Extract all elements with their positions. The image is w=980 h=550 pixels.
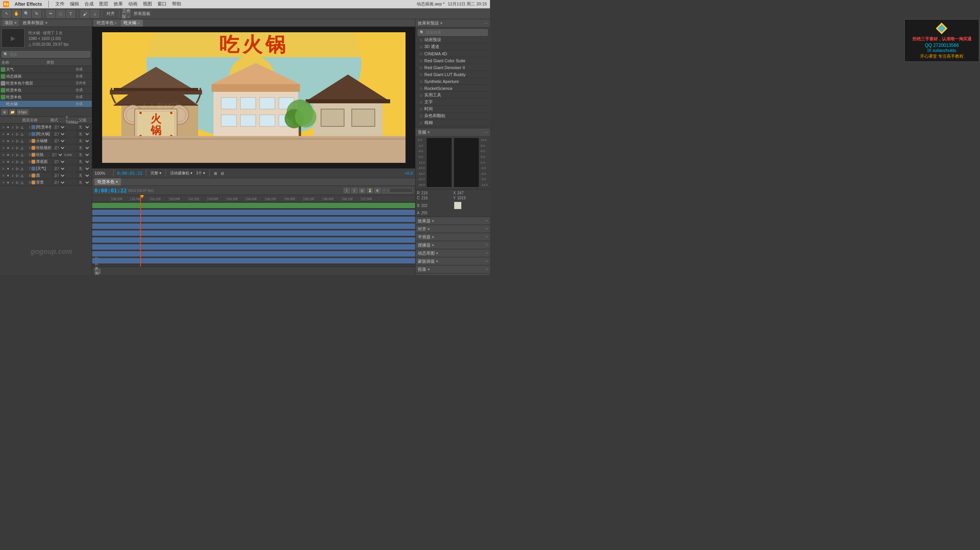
layer-name-3[interactable]: 火锅楼 bbox=[36, 138, 51, 144]
grid-btn[interactable]: ⊞ bbox=[213, 171, 218, 176]
menu-comp[interactable]: 合成 bbox=[84, 1, 94, 7]
layer-collapse-1[interactable]: ▷ bbox=[15, 125, 19, 129]
tl-btn-2[interactable]: ⟩ bbox=[351, 188, 358, 193]
tool-brush[interactable]: 🖌 bbox=[81, 10, 89, 18]
project-item-folder[interactable]: 吃货本色个图层 文件夹 bbox=[0, 80, 92, 87]
tl-btn-3[interactable]: ◎ bbox=[359, 188, 365, 193]
layer-parent-6[interactable]: 无 bbox=[76, 159, 90, 165]
layer-audio-3[interactable]: ♪ bbox=[11, 139, 15, 143]
camera-btn[interactable]: 活动摄像机 ▾ bbox=[169, 171, 193, 176]
layer-expand-4[interactable]: △ bbox=[20, 146, 24, 150]
layer-vis-8[interactable]: ● bbox=[6, 174, 10, 177]
tool-zoom[interactable]: 🔍 bbox=[22, 10, 31, 18]
effects-item-noise[interactable]: ▷ 杂色和颗粒 bbox=[418, 113, 488, 119]
layer-expand-1[interactable]: △ bbox=[20, 125, 24, 129]
menu-file[interactable]: 文件 bbox=[55, 1, 65, 7]
guides-btn[interactable]: ⊟ bbox=[220, 171, 225, 176]
tool-hand[interactable]: ✋ bbox=[12, 10, 21, 18]
char-header[interactable]: 字符 × + bbox=[416, 273, 490, 275]
tl-search-input[interactable] bbox=[382, 188, 413, 193]
layer-name-4[interactable]: 轻轨慢的遮罩 bbox=[36, 145, 51, 151]
toggle-switches-btn[interactable]: 切换开关/模式 bbox=[94, 268, 101, 274]
layer-name-8[interactable]: 圆 bbox=[36, 173, 51, 178]
layer-name-9[interactable]: 背景 bbox=[36, 180, 51, 185]
layer-mode-4[interactable]: 正常 bbox=[52, 145, 66, 151]
layer-vis-6[interactable]: ● bbox=[6, 160, 10, 164]
layer-expand-3[interactable]: △ bbox=[20, 139, 24, 143]
project-item-chihuo1[interactable]: 吃货本色 合成 bbox=[0, 87, 92, 94]
tool-select[interactable]: ↖ bbox=[2, 10, 11, 18]
tl-btn-5[interactable]: ⊕ bbox=[374, 188, 381, 193]
layer-mode-6[interactable]: 正常 bbox=[52, 159, 66, 165]
effects-item-3d[interactable]: ▷ 3D 通道 bbox=[418, 43, 488, 50]
comp-tab-chihuo[interactable]: 吃货本色 × bbox=[94, 20, 120, 27]
layer-parent-1[interactable]: 无 bbox=[76, 124, 90, 130]
menu-window[interactable]: 窗口 bbox=[157, 1, 167, 7]
layer-expand-8[interactable]: △ bbox=[20, 174, 24, 177]
layer-vis-2[interactable]: ● bbox=[6, 132, 10, 136]
layer-vis-1[interactable]: ● bbox=[6, 125, 10, 129]
layer-name-7[interactable]: [天气] bbox=[36, 166, 51, 171]
smoother-header[interactable]: 平滑器 × + bbox=[416, 233, 490, 241]
maskinterp-header[interactable]: 蒙版插值 × + bbox=[416, 257, 490, 265]
effects-item-time[interactable]: ▷ 时间 bbox=[418, 106, 488, 113]
layer-mode-2[interactable]: 正常 bbox=[52, 131, 66, 137]
layer-parent-2[interactable]: 无 bbox=[76, 131, 90, 137]
layer-solo-4[interactable]: ○ bbox=[2, 146, 5, 150]
layer-audio-8[interactable]: ♪ bbox=[11, 174, 15, 177]
comp-tab-chihuoguo[interactable]: 吃火锅 × bbox=[121, 20, 142, 27]
layer-collapse-4[interactable]: ▷ bbox=[15, 146, 19, 150]
zoom-display[interactable]: 100% bbox=[94, 171, 110, 176]
preview-timecode[interactable]: 0:00:01:22 bbox=[117, 171, 142, 176]
layer-mode-7[interactable]: 正常 bbox=[52, 166, 66, 172]
effects-search-input[interactable] bbox=[426, 30, 486, 35]
project-item-donghua[interactable]: 动态插画 合成 bbox=[0, 73, 92, 80]
tab-effects-preset[interactable]: 效果和预设 × bbox=[20, 19, 50, 27]
project-item-chihuoguo[interactable]: 吃火锅 合成 bbox=[0, 101, 92, 107]
audio-header[interactable]: 音频 × — bbox=[416, 128, 490, 136]
effects-presets-header[interactable]: 效果和预设 × — bbox=[416, 19, 490, 27]
layer-solo-8[interactable]: ○ bbox=[2, 174, 5, 177]
layer-vis-3[interactable]: ● bbox=[6, 139, 10, 143]
layer-expand-9[interactable]: △ bbox=[20, 181, 24, 184]
motionsketch-header[interactable]: 动态草图 × + bbox=[416, 249, 490, 257]
layer-collapse-6[interactable]: ▷ bbox=[15, 160, 19, 164]
layer-name-6[interactable]: 厚底面 bbox=[36, 159, 51, 164]
menu-effects[interactable]: 效果 bbox=[114, 1, 123, 7]
close-tab-chihuoguo[interactable]: × bbox=[137, 21, 139, 25]
layer-solo-9[interactable]: ○ bbox=[2, 181, 5, 184]
timeline-tab-main[interactable]: 吃货本色 × bbox=[94, 178, 121, 186]
effects-item-cinema4d[interactable]: ▷ CINEMA 4D bbox=[418, 50, 488, 57]
layer-parent-9[interactable]: 无 bbox=[76, 179, 90, 186]
layer-vis-5[interactable]: ● bbox=[6, 153, 10, 157]
layer-solo-7[interactable]: ○ bbox=[2, 167, 5, 171]
layer-collapse-7[interactable]: ▷ bbox=[15, 167, 19, 171]
effects-search[interactable]: 🔍 bbox=[418, 29, 488, 36]
timeline-search[interactable] bbox=[382, 188, 412, 192]
layer-solo-1[interactable]: ○ bbox=[2, 125, 5, 129]
align-header[interactable]: 对齐 × + bbox=[416, 225, 490, 233]
layer-collapse-9[interactable]: ▷ bbox=[15, 181, 19, 184]
effector-header[interactable]: 效果器 × + bbox=[416, 217, 490, 225]
layer-expand-2[interactable]: △ bbox=[20, 132, 24, 136]
layer-mode-9[interactable]: 正常 bbox=[52, 179, 66, 186]
tool-mask[interactable]: □ bbox=[56, 10, 65, 18]
tool-pen[interactable]: ✏ bbox=[46, 10, 55, 18]
layer-audio-6[interactable]: ♪ bbox=[11, 160, 15, 164]
layer-vis-7[interactable]: ● bbox=[6, 167, 10, 171]
tl-btn-4[interactable]: ⌛ bbox=[367, 188, 373, 193]
menu-edit[interactable]: 编辑 bbox=[70, 1, 79, 7]
layer-name-1[interactable]: [吃货本色] bbox=[36, 124, 51, 130]
layer-vis-4[interactable]: ● bbox=[6, 146, 10, 150]
timeline-current-time[interactable]: 0:00:01:22 bbox=[94, 187, 127, 194]
effects-item-rglut[interactable]: ▷ Red Giant LUT Buddy bbox=[418, 71, 488, 78]
color-swatch[interactable] bbox=[454, 202, 462, 209]
paint-header[interactable]: 投落 × + bbox=[416, 265, 490, 273]
wiggler-header[interactable]: 摆播器 × + bbox=[416, 241, 490, 249]
layer-mode-3[interactable]: 正常 bbox=[52, 138, 66, 144]
layer-collapse-5[interactable]: ▷ bbox=[15, 153, 19, 157]
menu-help[interactable]: 帮助 bbox=[172, 1, 181, 7]
project-item-tianqi[interactable]: 天气 合成 bbox=[0, 66, 92, 73]
layer-audio-4[interactable]: ♪ bbox=[11, 146, 15, 150]
menu-animation[interactable]: 动画 bbox=[128, 1, 137, 7]
